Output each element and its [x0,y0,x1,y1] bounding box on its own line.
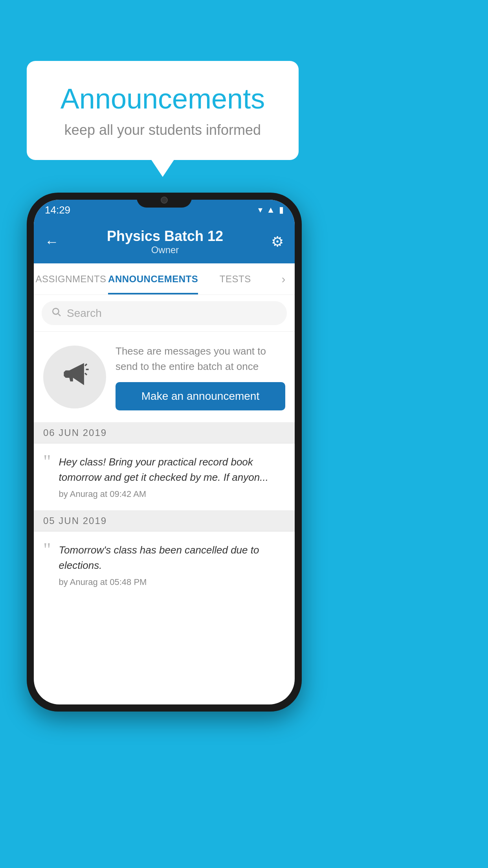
speech-bubble-wrapper: Announcements keep all your students inf… [27,61,299,160]
phone-wrapper: 14:29 ▾ ▲ ▮ ← Physics Batch 12 Owner ⚙ [27,193,302,853]
back-button[interactable]: ← [45,234,59,250]
speech-bubble-tail [151,159,174,177]
phone-outer: 14:29 ▾ ▲ ▮ ← Physics Batch 12 Owner ⚙ [27,193,302,712]
phone-camera [161,197,168,204]
status-time: 14:29 [45,204,70,216]
phone-notch [137,193,192,208]
svg-line-4 [85,373,87,375]
tab-more[interactable]: › [272,263,295,294]
phone-screen: 14:29 ▾ ▲ ▮ ← Physics Batch 12 Owner ⚙ [34,200,295,704]
search-input[interactable]: Search [67,307,102,320]
speech-bubble-subtitle: keep all your students informed [50,122,275,138]
signal-icon: ▲ [266,205,275,215]
status-icons: ▾ ▲ ▮ [258,205,284,215]
search-icon [51,307,61,320]
speech-bubble-title: Announcements [50,83,275,115]
settings-icon[interactable]: ⚙ [271,234,284,250]
announcement-content-1: Hey class! Bring your practical record b… [59,454,285,499]
app-header: ← Physics Batch 12 Owner ⚙ [34,220,295,263]
search-input-wrapper[interactable]: Search [42,301,287,325]
header-title: Physics Batch 12 [107,228,223,245]
make-announcement-button[interactable]: Make an announcement [116,382,285,410]
date-separator-2: 05 JUN 2019 [34,511,295,531]
speech-bubble: Announcements keep all your students inf… [27,61,299,160]
promo-description: These are messages you want to send to t… [116,344,285,374]
promo-right: These are messages you want to send to t… [116,344,285,410]
promo-icon-circle [43,346,106,408]
svg-line-2 [85,364,87,366]
search-container: Search [34,295,295,332]
tab-tests[interactable]: TESTS [198,263,272,294]
quote-icon-1: " [43,452,51,471]
battery-icon: ▮ [279,205,284,215]
header-subtitle: Owner [107,245,223,256]
announcement-meta-2: by Anurag at 05:48 PM [59,577,285,587]
announcement-meta-1: by Anurag at 09:42 AM [59,489,285,499]
date-separator-1: 06 JUN 2019 [34,423,295,443]
announcement-text-2: Tomorrow's class has been cancelled due … [59,542,285,573]
quote-icon-2: " [43,540,51,559]
header-center: Physics Batch 12 Owner [107,228,223,256]
announcement-content-2: Tomorrow's class has been cancelled due … [59,542,285,587]
wifi-icon: ▾ [258,205,262,215]
tabs-bar: ASSIGNMENTS ANNOUNCEMENTS TESTS › [34,263,295,295]
announcement-text-1: Hey class! Bring your practical record b… [59,454,285,485]
tab-announcements[interactable]: ANNOUNCEMENTS [108,263,198,294]
announcement-promo: These are messages you want to send to t… [34,332,295,423]
svg-point-0 [53,308,59,314]
announcement-item-1[interactable]: " Hey class! Bring your practical record… [34,443,295,511]
megaphone-icon [60,359,90,395]
announcement-item-2[interactable]: " Tomorrow's class has been cancelled du… [34,531,295,598]
tab-assignments[interactable]: ASSIGNMENTS [34,263,108,294]
svg-line-1 [58,314,60,316]
